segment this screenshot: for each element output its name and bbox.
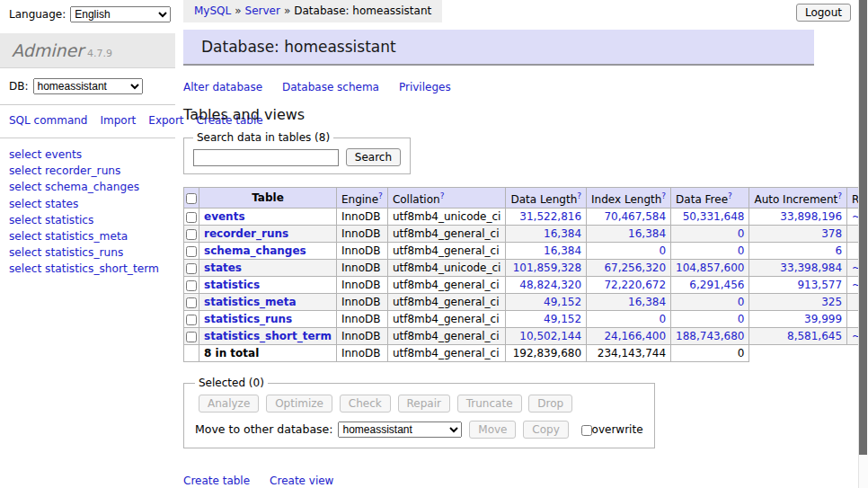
table-link[interactable]: recorder_runs	[204, 227, 288, 240]
data-free-cell: 104,857,600	[671, 260, 749, 277]
language-label: Language:	[9, 8, 66, 21]
sidebar-table-link-states[interactable]: select states	[9, 196, 175, 212]
selected-legend: Selected (0)	[195, 377, 268, 389]
privileges-link[interactable]: Privileges	[399, 81, 451, 93]
table-row: events InnoDB utf8mb4_unicode_ci 31,522,…	[184, 209, 868, 226]
overwrite-checkbox[interactable]	[581, 425, 592, 436]
row-checkbox[interactable]	[186, 246, 197, 257]
col-header-engine: Engine?	[336, 188, 387, 209]
total-index-length-cell: 234,143,744	[587, 345, 671, 362]
database-schema-link[interactable]: Database schema	[282, 81, 379, 93]
breadcrumb-server-link[interactable]: Server	[245, 4, 280, 17]
table-link[interactable]: statistics_runs	[204, 313, 292, 325]
tables-and-views-heading: Tables and views	[183, 106, 814, 123]
help-link[interactable]: ?	[728, 191, 732, 200]
row-checkbox[interactable]	[186, 280, 197, 291]
search-input[interactable]	[193, 149, 339, 166]
sidebar-table-link-schema-changes[interactable]: select schema_changes	[9, 179, 175, 195]
collation-cell: utf8mb4_general_ci	[387, 277, 506, 294]
db-select[interactable]: homeassistant	[33, 78, 143, 94]
row-checkbox[interactable]	[186, 263, 197, 274]
alter-database-link[interactable]: Alter database	[183, 81, 262, 93]
truncate-button[interactable]: Truncate	[457, 395, 522, 413]
sidebar-table-link-statistics-runs[interactable]: select statistics_runs	[9, 244, 175, 261]
breadcrumb-mysql-link[interactable]: MySQL	[194, 4, 231, 17]
app-title: Adminer4.7.9	[0, 33, 175, 68]
table-link[interactable]: statistics	[204, 279, 260, 291]
sidebar-table-link-statistics[interactable]: select statistics	[9, 212, 175, 228]
table-link[interactable]: events	[204, 210, 245, 223]
search-fieldset: Search data in tables (8) Search	[183, 131, 411, 174]
data-length-cell: 16,384	[506, 226, 587, 243]
total-engine-cell: InnoDB	[336, 345, 387, 362]
help-link[interactable]: ?	[440, 191, 445, 200]
drop-button[interactable]: Drop	[528, 395, 572, 413]
sidebar-table-link-statistics-meta[interactable]: select statistics_meta	[9, 228, 175, 244]
sidebar-link-export[interactable]: Export	[148, 114, 183, 127]
row-checkbox[interactable]	[186, 212, 197, 223]
page-title: Database: homeassistant	[183, 30, 814, 66]
move-row: Move to other database:homeassistant Mov…	[195, 421, 643, 439]
auto-increment-cell: 33,898,196	[749, 209, 847, 226]
help-link[interactable]: ?	[577, 191, 581, 200]
index-length-cell: 16,384	[587, 226, 671, 243]
table-link[interactable]: statistics_short_term	[204, 330, 332, 342]
table-link[interactable]: schema_changes	[204, 244, 306, 257]
col-header-index-length: Index Length?	[587, 188, 671, 209]
vertical-scrollbar[interactable]	[858, 0, 868, 488]
auto-increment-cell: 39,999	[749, 311, 847, 328]
check-button[interactable]: Check	[340, 395, 391, 413]
col-header-table: Table	[199, 188, 337, 209]
sidebar-table-link-statistics-short-term[interactable]: select statistics_short_term	[9, 261, 175, 277]
language-select[interactable]: English	[70, 6, 171, 22]
sidebar-table-link-recorder-runs[interactable]: select recorder_runs	[9, 163, 175, 179]
auto-increment-cell: 378	[749, 226, 847, 243]
data-free-cell: 188,743,680	[671, 328, 749, 345]
breadcrumb: MySQL»Server»Database: homeassistant	[183, 0, 442, 22]
overwrite-label: overwrite	[592, 423, 643, 436]
overwrite-option: overwrite	[581, 423, 643, 436]
sidebar-link-sql-command[interactable]: SQL command	[9, 114, 87, 127]
index-length-cell: 67,256,320	[587, 260, 671, 277]
repair-button[interactable]: Repair	[398, 395, 450, 413]
row-checkbox[interactable]	[186, 297, 197, 308]
analyze-button[interactable]: Analyze	[199, 395, 259, 413]
move-button[interactable]: Move	[469, 421, 516, 439]
create-view-link[interactable]: Create view	[270, 475, 333, 487]
help-link[interactable]: ?	[661, 191, 666, 200]
row-checkbox[interactable]	[186, 229, 197, 240]
table-row: statistics_meta InnoDB utf8mb4_general_c…	[184, 294, 868, 311]
table-link[interactable]: statistics_meta	[204, 296, 297, 308]
sidebar-table-link-events[interactable]: select events	[9, 146, 175, 163]
collation-cell: utf8mb4_general_ci	[387, 294, 506, 311]
row-checkbox[interactable]	[186, 332, 197, 342]
help-link[interactable]: ?	[837, 191, 842, 200]
help-link[interactable]: ?	[378, 191, 383, 200]
col-header-collation: Collation?	[387, 188, 506, 209]
sidebar-menu-links: SQL commandImportExportCreate table	[0, 105, 175, 138]
selected-actions: Analyze Optimize Check Repair Truncate D…	[195, 395, 643, 413]
table-link[interactable]: states	[204, 262, 242, 274]
search-button[interactable]: Search	[346, 148, 401, 166]
select-all-checkbox[interactable]	[186, 193, 197, 204]
data-length-cell: 49,152	[506, 294, 587, 311]
create-table-link[interactable]: Create table	[183, 475, 250, 487]
total-data-length-cell: 192,839,680	[506, 345, 587, 362]
engine-cell: InnoDB	[336, 260, 387, 277]
data-length-cell: 48,824,320	[506, 277, 587, 294]
copy-button[interactable]: Copy	[523, 421, 568, 439]
scrollbar-thumb[interactable]	[859, 0, 867, 455]
data-free-cell: 50,331,648	[671, 209, 749, 226]
table-total-row: 8 in total InnoDB utf8mb4_general_ci 192…	[184, 345, 868, 362]
index-length-cell: 70,467,584	[587, 209, 671, 226]
move-database-select[interactable]: homeassistant	[338, 421, 462, 438]
breadcrumb-current: Database: homeassistant	[294, 4, 431, 17]
auto-increment-cell: 33,398,984	[749, 260, 847, 277]
language-form: Language:English	[0, 0, 175, 28]
breadcrumb-separator: »	[235, 4, 241, 17]
row-checkbox[interactable]	[186, 315, 197, 325]
optimize-button[interactable]: Optimize	[266, 395, 332, 413]
sidebar-link-import[interactable]: Import	[100, 114, 136, 127]
engine-cell: InnoDB	[336, 209, 387, 226]
engine-cell: InnoDB	[336, 226, 387, 243]
